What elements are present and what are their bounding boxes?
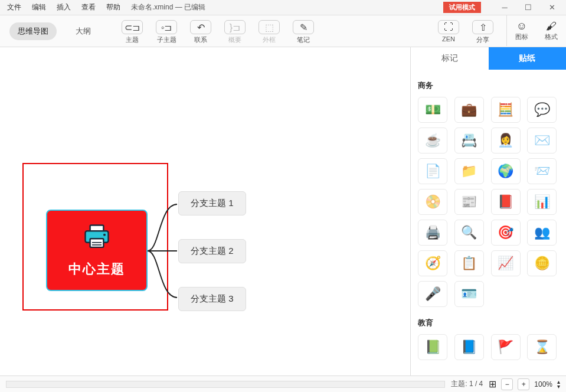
zoom-in-button[interactable]: + [518,378,529,390]
tool-format[interactable]: 🖌 格式 [536,18,566,44]
branch-topic-2[interactable]: 分支主题 2 [178,239,246,263]
menu-insert[interactable]: 插入 [52,1,76,14]
tab-outline[interactable]: 大纲 [67,22,99,40]
topic-count: 主题: 1 / 4 [451,379,483,389]
edit-status: — 已编辑 [175,3,205,11]
tool-icons[interactable]: ☺ 图标 [507,18,536,44]
tool-zen[interactable]: ⛶ ZEN [433,18,464,47]
view-tabs: 思维导图 大纲 [0,15,109,47]
horizontal-scrollbar[interactable] [6,381,445,388]
sticker-section-education: 教育 [418,318,559,328]
briefcase-icon[interactable]: 💼 [454,97,484,123]
zoom-out-button[interactable]: − [501,378,513,390]
tool-topic[interactable]: ⊂⊐ 主题 [117,18,148,47]
brush-icon: 🖌 [546,20,557,32]
side-panel: 标记 贴纸 商务 💵💼🧮💬☕📇👩‍💼✉️📄📁🌍📨📀📰📕📊🖨️🔍🎯👥🧭📋📈🪙🎤🪪 … [410,47,566,375]
chalkboard-icon[interactable]: 📗 [418,334,447,360]
maximize-button[interactable]: ☐ [516,0,540,15]
id-card-icon[interactable]: 📇 [454,128,484,153]
record-icon[interactable]: 📀 [418,189,447,215]
topic-icon: ⊂⊐ [122,20,143,34]
news-icon[interactable]: 📰 [454,189,484,215]
tool-group-right: ⛶ ZEN ⇧ 分享 [425,15,506,49]
panel-tab-marker[interactable]: 标记 [411,47,489,70]
summary-icon: }⊐ [224,20,246,34]
right-toolbar: ☺ 图标 🖌 格式 [506,15,566,46]
flag-icon[interactable]: 🚩 [491,334,521,360]
sticker-section-business: 商务 [418,80,559,91]
tool-share[interactable]: ⇧ 分享 [467,18,498,47]
document-search-icon[interactable]: 📄 [418,158,447,184]
titlebar: 文件 编辑 插入 查看 帮助 未命名.xmind — 已编辑 试用模式 ─ ☐ … [0,0,566,15]
main-area: 中心主题 分支主题 1 分支主题 2 分支主题 3 标记 贴纸 商务 💵💼🧮💬☕… [0,47,566,375]
canvas[interactable]: 中心主题 分支主题 1 分支主题 2 分支主题 3 [0,47,410,375]
menu-help[interactable]: 帮助 [102,1,125,14]
speech-icon[interactable]: 💬 [527,97,557,123]
sticker-grid-education: 📗📘🚩⌛ [418,334,559,360]
money-icon[interactable]: 💵 [418,97,447,123]
toolbar: 思维导图 大纲 ⊂⊐ 主题 ◦⊐ 子主题 ↶ 联系 }⊐ 概要 ⬚ 外框 ✎ 笔… [0,15,566,47]
team-icon[interactable]: 👥 [527,220,557,246]
menu-file[interactable]: 文件 [2,1,26,14]
trial-mode-badge[interactable]: 试用模式 [443,2,481,13]
support-icon[interactable]: 👩‍💼 [491,128,521,153]
book-icon[interactable]: 📕 [491,189,521,215]
zoom-controls: ⊞ − + 100% ▴▾ [489,378,560,390]
minimize-button[interactable]: ─ [493,0,516,15]
share-icon: ⇧ [472,20,493,34]
textbook-icon[interactable]: 📘 [454,334,484,360]
close-button[interactable]: ✕ [540,0,564,15]
compass-icon[interactable]: 🧭 [418,250,447,276]
svg-point-2 [103,233,106,236]
note-icon: ✎ [293,20,314,34]
zoom-stepper-icon[interactable]: ▴▾ [557,380,560,389]
document-title: 未命名.xmind — 已编辑 [131,2,205,12]
tool-note[interactable]: ✎ 笔记 [288,18,319,47]
panel-body[interactable]: 商务 💵💼🧮💬☕📇👩‍💼✉️📄📁🌍📨📀📰📕📊🖨️🔍🎯👥🧭📋📈🪙🎤🪪 教育 📗📘🚩… [411,70,566,375]
central-topic-label: 中心主题 [68,260,125,278]
panel-tab-sticker[interactable]: 贴纸 [489,47,567,70]
tool-summary[interactable]: }⊐ 概要 [220,18,250,47]
sticker-grid-business: 💵💼🧮💬☕📇👩‍💼✉️📄📁🌍📨📀📰📕📊🖨️🔍🎯👥🧭📋📈🪙🎤🪪 [418,97,559,307]
zen-icon: ⛶ [438,20,459,34]
menu-edit[interactable]: 编辑 [27,1,51,14]
folder-icon[interactable]: 📁 [454,158,484,184]
tool-group-main: ⊂⊐ 主题 ◦⊐ 子主题 ↶ 联系 }⊐ 概要 ⬚ 外框 ✎ 笔记 [109,15,327,49]
branch-topic-3[interactable]: 分支主题 3 [178,287,246,311]
branch-topic-1[interactable]: 分支主题 1 [178,191,246,215]
tool-relation[interactable]: ↶ 联系 [185,18,216,47]
presentation-icon[interactable]: 📊 [527,189,557,215]
menu-view[interactable]: 查看 [77,1,100,14]
zoom-level: 100% [534,380,552,388]
checklist-icon[interactable]: 📋 [454,250,484,276]
menu-bar: 文件 编辑 插入 查看 帮助 [2,1,125,14]
tool-boundary[interactable]: ⬚ 外框 [254,18,284,47]
boundary-icon: ⬚ [259,20,280,34]
badge-icon[interactable]: 🪪 [454,281,484,307]
printer-icon[interactable]: 🖨️ [418,220,447,246]
statusbar: 主题: 1 / 4 ⊞ − + 100% ▴▾ [0,375,566,392]
calculator-icon[interactable]: 🧮 [491,97,521,123]
globe-icon[interactable]: 🌍 [491,158,521,184]
tab-mindmap[interactable]: 思维导图 [9,22,57,40]
coffee-icon[interactable]: ☕ [418,128,447,153]
connectors [148,201,183,301]
coins-icon[interactable]: 🪙 [527,250,557,276]
smiley-icon: ☺ [516,20,527,32]
map-icon[interactable]: ⊞ [489,378,496,390]
printer-sticker [81,223,112,256]
filename: 未命名.xmind [131,3,173,11]
relation-icon: ↶ [190,20,211,34]
panel-tabs: 标记 贴纸 [411,47,566,70]
chart-icon[interactable]: 📈 [491,250,521,276]
subtopic-icon: ◦⊐ [156,20,177,34]
central-topic[interactable]: 中心主题 [46,210,148,291]
magnifier-icon[interactable]: 🔍 [454,220,484,246]
hourglass-icon[interactable]: ⌛ [527,334,557,360]
target-icon[interactable]: 🎯 [491,220,521,246]
letter-icon[interactable]: 📨 [527,158,557,184]
mic-icon[interactable]: 🎤 [418,281,447,307]
mail-icon[interactable]: ✉️ [527,128,557,153]
tool-subtopic[interactable]: ◦⊐ 子主题 [151,18,182,47]
